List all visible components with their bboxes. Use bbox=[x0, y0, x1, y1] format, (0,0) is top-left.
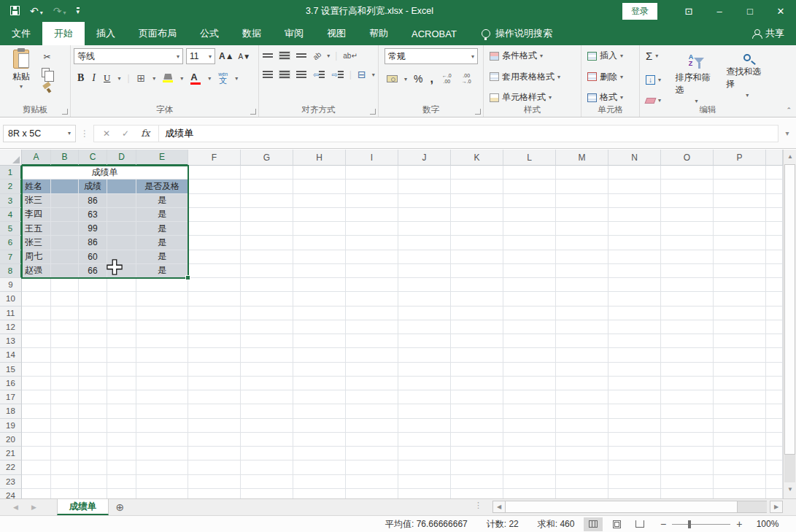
cell-M17[interactable] bbox=[556, 390, 608, 404]
column-header-G[interactable]: G bbox=[241, 150, 293, 166]
cell-E20[interactable] bbox=[136, 433, 188, 447]
italic-button[interactable]: I bbox=[91, 72, 96, 85]
row-header-19[interactable]: 19 bbox=[0, 419, 22, 433]
cell-F2[interactable] bbox=[188, 180, 241, 193]
cell-E14[interactable] bbox=[136, 348, 188, 362]
cell-C6[interactable]: 86 bbox=[79, 236, 107, 250]
wrap-text-icon[interactable]: ab↵ bbox=[342, 51, 358, 61]
cell-B19[interactable] bbox=[51, 419, 79, 433]
cell-K18[interactable] bbox=[451, 404, 503, 418]
cell-P1[interactable] bbox=[714, 166, 766, 180]
cell-M15[interactable] bbox=[556, 363, 608, 377]
row-header-2[interactable]: 2 bbox=[0, 180, 22, 193]
cell-N15[interactable] bbox=[608, 363, 661, 377]
row-header-13[interactable]: 13 bbox=[0, 334, 22, 348]
customize-qat-icon[interactable]: ▾ bbox=[77, 7, 80, 15]
cell-J23[interactable] bbox=[398, 475, 451, 489]
cell-B10[interactable] bbox=[51, 292, 79, 306]
column-header-K[interactable]: K bbox=[451, 150, 503, 166]
cell-L15[interactable] bbox=[503, 363, 556, 377]
row-header-4[interactable]: 4 bbox=[0, 208, 22, 222]
cell-M5[interactable] bbox=[556, 222, 608, 236]
cell-O14[interactable] bbox=[661, 348, 714, 362]
cell-B22[interactable] bbox=[51, 460, 79, 474]
underline-button[interactable]: U bbox=[103, 72, 111, 85]
cell-J16[interactable] bbox=[398, 377, 451, 390]
cell-C20[interactable] bbox=[79, 433, 107, 447]
cell-K10[interactable] bbox=[451, 292, 503, 306]
ribbon-tab[interactable]: 插入 bbox=[85, 22, 127, 45]
scroll-down-icon[interactable]: ▼ bbox=[784, 482, 796, 496]
cell-O1[interactable] bbox=[661, 166, 714, 180]
cell-P8[interactable] bbox=[714, 264, 766, 278]
cell-D18[interactable] bbox=[107, 404, 136, 418]
cell-E12[interactable] bbox=[136, 320, 188, 334]
column-header-E[interactable]: E bbox=[136, 150, 188, 166]
cell-partial[interactable] bbox=[766, 475, 783, 489]
cell-F10[interactable] bbox=[188, 292, 241, 306]
cell-J6[interactable] bbox=[398, 236, 451, 250]
cell-F6[interactable] bbox=[188, 236, 241, 250]
tell-me-search[interactable]: 操作说明搜索 bbox=[482, 22, 552, 45]
sheet-tab[interactable]: 成绩单 bbox=[57, 499, 109, 515]
cell-L18[interactable] bbox=[503, 404, 556, 418]
cell-F21[interactable] bbox=[188, 447, 241, 460]
cell-K12[interactable] bbox=[451, 320, 503, 334]
row-header-21[interactable]: 21 bbox=[0, 447, 22, 460]
cell-L24[interactable] bbox=[503, 489, 556, 498]
cell-partial[interactable] bbox=[766, 194, 783, 208]
cell-P24[interactable] bbox=[714, 489, 766, 498]
cell-K7[interactable] bbox=[451, 250, 503, 264]
increase-indent-icon[interactable]: ⇨ bbox=[331, 70, 344, 80]
ribbon-tab[interactable]: 视图 bbox=[315, 22, 358, 45]
cell-L19[interactable] bbox=[503, 419, 556, 433]
cell-B5[interactable] bbox=[51, 222, 79, 236]
cell-M11[interactable] bbox=[556, 307, 608, 320]
expand-formula-bar-icon[interactable]: ▾ bbox=[778, 129, 796, 137]
format-cells-button[interactable]: 格式▾ bbox=[587, 91, 636, 104]
cell-F11[interactable] bbox=[188, 307, 241, 320]
cell-L3[interactable] bbox=[503, 194, 556, 208]
cell-I23[interactable] bbox=[346, 475, 398, 489]
row-header-9[interactable]: 9 bbox=[0, 278, 22, 292]
cell-K9[interactable] bbox=[451, 278, 503, 292]
cell-P13[interactable] bbox=[714, 334, 766, 348]
cell-E22[interactable] bbox=[136, 460, 188, 474]
sort-filter-button[interactable]: AZ 排序和筛选 ▾ bbox=[671, 48, 722, 104]
cell-F8[interactable] bbox=[188, 264, 241, 278]
cell-F19[interactable] bbox=[188, 419, 241, 433]
cell-partial[interactable] bbox=[766, 489, 783, 498]
row-header-11[interactable]: 11 bbox=[0, 307, 22, 320]
cell-K14[interactable] bbox=[451, 348, 503, 362]
cell-M23[interactable] bbox=[556, 475, 608, 489]
cell-N18[interactable] bbox=[608, 404, 661, 418]
cell-G15[interactable] bbox=[241, 363, 293, 377]
cell-C7[interactable]: 60 bbox=[79, 250, 107, 264]
cell-P15[interactable] bbox=[714, 363, 766, 377]
cell-C4[interactable]: 63 bbox=[79, 208, 107, 222]
cell-L5[interactable] bbox=[503, 222, 556, 236]
cell-M13[interactable] bbox=[556, 334, 608, 348]
cell-O6[interactable] bbox=[661, 236, 714, 250]
horizontal-scroll-thumb[interactable] bbox=[506, 501, 738, 513]
align-bottom-icon[interactable] bbox=[295, 53, 307, 58]
cell-A12[interactable] bbox=[22, 320, 51, 334]
cell-I3[interactable] bbox=[346, 194, 398, 208]
cell-A13[interactable] bbox=[22, 334, 51, 348]
cell-H24[interactable] bbox=[293, 489, 346, 498]
cell-P12[interactable] bbox=[714, 320, 766, 334]
cell-I2[interactable] bbox=[346, 180, 398, 193]
cell-N1[interactable] bbox=[608, 166, 661, 180]
cell-F9[interactable] bbox=[188, 278, 241, 292]
cell-H13[interactable] bbox=[293, 334, 346, 348]
undo-icon[interactable]: ↶▾ bbox=[30, 6, 43, 16]
cell-N16[interactable] bbox=[608, 377, 661, 390]
cell-C2[interactable]: 成绩 bbox=[79, 180, 107, 193]
cell-O2[interactable] bbox=[661, 180, 714, 193]
column-header-H[interactable]: H bbox=[293, 150, 346, 166]
cell-J15[interactable] bbox=[398, 363, 451, 377]
column-header-C[interactable]: C bbox=[79, 150, 107, 166]
cell-J19[interactable] bbox=[398, 419, 451, 433]
cell-H18[interactable] bbox=[293, 404, 346, 418]
alignment-dialog-launcher[interactable] bbox=[370, 109, 376, 115]
